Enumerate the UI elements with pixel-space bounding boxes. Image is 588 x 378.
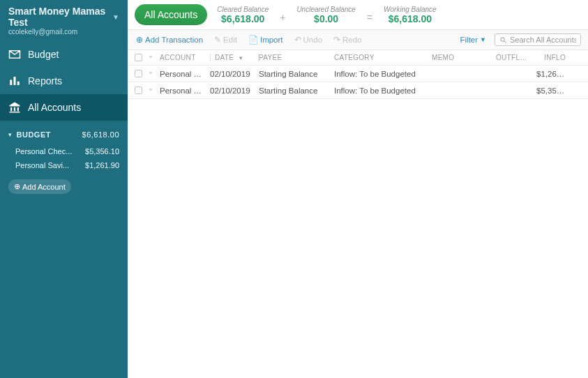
column-payee[interactable]: PAYEE bbox=[259, 54, 334, 61]
cell-account: Personal Che... bbox=[160, 86, 210, 95]
cell-category: Inflow: To be Budgeted bbox=[334, 86, 432, 95]
bar-chart-icon bbox=[8, 75, 21, 87]
account-header: All Accounts Cleared Balance $6,618.00 +… bbox=[128, 0, 588, 29]
caret-down-icon: ▼ bbox=[112, 13, 119, 21]
flag-icon bbox=[149, 87, 154, 94]
undo-button[interactable]: ↶ Undo bbox=[293, 32, 324, 47]
section-label: BUDGET bbox=[17, 130, 51, 139]
cell-category: Inflow: To be Budgeted bbox=[334, 70, 432, 78]
flag-icon bbox=[149, 70, 154, 77]
filter-button[interactable]: Filter ▼ bbox=[460, 36, 486, 44]
select-all-checkbox[interactable] bbox=[135, 54, 149, 61]
budget-section-header[interactable]: ▾ BUDGET $6,618.00 bbox=[0, 125, 128, 144]
uncleared-balance: Uncleared Balance $0.00 bbox=[291, 6, 361, 24]
redo-icon: ↷ bbox=[333, 35, 340, 45]
nav-all-accounts[interactable]: All Accounts bbox=[0, 94, 128, 121]
svg-point-3 bbox=[501, 37, 505, 41]
row-checkbox[interactable] bbox=[135, 86, 149, 94]
cell-inflow: $5,356.1 bbox=[536, 86, 571, 95]
cell-account: Personal Savi... bbox=[160, 70, 210, 78]
flag-icon bbox=[149, 54, 154, 61]
plus-circle-icon: ⊕ bbox=[136, 35, 143, 45]
edit-button[interactable]: ✎ Edit bbox=[213, 32, 239, 47]
nav-label: Reports bbox=[28, 75, 62, 86]
account-pill[interactable]: All Accounts bbox=[135, 4, 207, 25]
svg-rect-1 bbox=[14, 77, 16, 85]
section-total: $6,618.00 bbox=[82, 130, 119, 139]
column-date[interactable]: DATE ▼ bbox=[210, 54, 259, 61]
user-email: ccolekelly@gmail.com bbox=[8, 28, 119, 36]
btn-label: Filter bbox=[460, 36, 478, 44]
bank-icon bbox=[8, 101, 21, 114]
nav-label: All Accounts bbox=[28, 102, 81, 113]
table-row[interactable]: Personal Savi... 02/10/2019 Starting Bal… bbox=[128, 66, 588, 82]
btn-label: Undo bbox=[303, 36, 323, 44]
transaction-toolbar: ⊕ Add Transaction ✎ Edit 📄 Import ↶ Undo… bbox=[128, 29, 588, 50]
search-input[interactable] bbox=[510, 36, 576, 44]
svg-line-4 bbox=[504, 40, 506, 43]
chevron-down-icon: ▾ bbox=[8, 131, 13, 138]
caret-down-icon: ▼ bbox=[480, 36, 486, 43]
sidebar-account-item[interactable]: Personal Savi... $1,261.90 bbox=[0, 158, 128, 172]
balance-label: Uncleared Balance bbox=[296, 6, 356, 13]
undo-icon: ↶ bbox=[294, 35, 301, 45]
cell-date: 02/10/2019 bbox=[210, 70, 259, 78]
cell-payee: Starting Balance bbox=[259, 70, 334, 78]
flag-column-header[interactable] bbox=[149, 54, 160, 61]
row-flag[interactable] bbox=[149, 87, 160, 94]
balance-value: $0.00 bbox=[314, 13, 338, 24]
table-header: ACCOUNT DATE ▼ PAYEE CATEGORY MEMO OUTFL… bbox=[128, 50, 588, 66]
column-memo[interactable]: MEMO bbox=[432, 54, 496, 61]
account-label: Personal Chec... bbox=[15, 147, 72, 156]
column-account[interactable]: ACCOUNT bbox=[160, 54, 210, 61]
btn-label: Import bbox=[260, 36, 283, 44]
search-box[interactable] bbox=[495, 33, 581, 46]
sidebar: Smart Money Mamas Test ▼ ccolekelly@gmai… bbox=[0, 0, 128, 378]
account-amount: $1,261.90 bbox=[85, 161, 119, 169]
plus-operator: + bbox=[278, 12, 287, 23]
plus-icon: ⊕ bbox=[14, 182, 20, 191]
budget-switcher[interactable]: Smart Money Mamas Test ▼ ccolekelly@gmai… bbox=[0, 0, 128, 41]
main-content: All Accounts Cleared Balance $6,618.00 +… bbox=[128, 0, 588, 378]
nav-label: Budget bbox=[28, 49, 59, 60]
balance-value: $6,618.00 bbox=[389, 13, 432, 24]
cell-date: 02/10/2019 bbox=[210, 86, 259, 95]
sort-desc-icon: ▼ bbox=[238, 55, 243, 61]
import-button[interactable]: 📄 Import bbox=[247, 32, 285, 47]
add-transaction-button[interactable]: ⊕ Add Transaction bbox=[135, 32, 204, 47]
btn-label: Edit bbox=[223, 36, 237, 44]
col-label: DATE bbox=[215, 54, 234, 61]
cell-inflow: $1,261.9 bbox=[536, 70, 571, 78]
btn-label: Redo bbox=[342, 36, 362, 44]
add-account-button[interactable]: ⊕ Add Account bbox=[8, 179, 71, 194]
equals-operator: = bbox=[365, 12, 374, 23]
row-flag[interactable] bbox=[149, 70, 160, 77]
account-label: Personal Savi... bbox=[15, 161, 69, 169]
row-checkbox[interactable] bbox=[135, 70, 149, 77]
pencil-icon: ✎ bbox=[214, 35, 221, 45]
account-amount: $5,356.10 bbox=[85, 147, 119, 156]
column-category[interactable]: CATEGORY bbox=[334, 54, 432, 61]
working-balance: Working Balance $6,618.00 bbox=[378, 6, 442, 24]
balance-label: Cleared Balance bbox=[217, 6, 269, 13]
nav-budget[interactable]: Budget bbox=[0, 41, 128, 68]
column-outflow[interactable]: OUTFLOW bbox=[496, 54, 536, 61]
import-icon: 📄 bbox=[248, 35, 258, 45]
cleared-balance: Cleared Balance $6,618.00 bbox=[211, 6, 274, 24]
balance-value: $6,618.00 bbox=[221, 13, 264, 24]
nav-reports[interactable]: Reports bbox=[0, 68, 128, 94]
budget-name: Smart Money Mamas Test bbox=[8, 6, 110, 28]
sidebar-account-item[interactable]: Personal Chec... $5,356.10 bbox=[0, 144, 128, 158]
btn-label: Add Transaction bbox=[145, 36, 203, 44]
envelope-icon bbox=[8, 48, 21, 61]
cell-payee: Starting Balance bbox=[259, 86, 334, 95]
svg-rect-0 bbox=[10, 80, 12, 86]
balance-label: Working Balance bbox=[384, 6, 437, 13]
svg-rect-2 bbox=[17, 82, 20, 85]
table-row[interactable]: Personal Che... 02/10/2019 Starting Bala… bbox=[128, 82, 588, 99]
add-account-label: Add Account bbox=[22, 183, 66, 191]
column-inflow[interactable]: INFLO bbox=[536, 54, 571, 61]
redo-button[interactable]: ↷ Redo bbox=[332, 32, 363, 47]
search-icon bbox=[499, 36, 507, 44]
